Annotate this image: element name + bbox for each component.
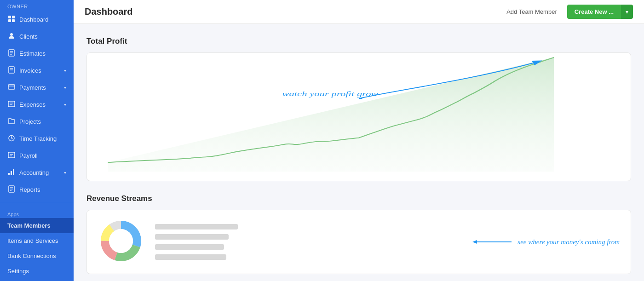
sidebar-item-expenses-label: Expenses — [19, 101, 46, 108]
legend-line-4 — [155, 254, 226, 260]
sidebar-bottom: f — [0, 279, 74, 281]
svg-point-37 — [109, 229, 133, 253]
sidebar-item-bank-connections-label: Bank Connections — [7, 252, 56, 259]
create-new-group: Create New ... ▾ — [567, 5, 633, 19]
sidebar-item-items-services-label: Items and Services — [7, 237, 58, 244]
svg-rect-20 — [8, 152, 15, 158]
revenue-legend — [155, 224, 238, 260]
main-content: Dashboard Add Team Member Create New ...… — [74, 0, 644, 281]
sidebar-item-dashboard-label: Dashboard — [19, 16, 49, 23]
sidebar-item-payroll-label: Payroll — [19, 152, 38, 159]
sidebar-item-estimates-label: Estimates — [19, 50, 46, 57]
total-profit-section: Total Profit — [86, 37, 631, 181]
revenue-streams-card: see where your money's coming from — [86, 210, 631, 274]
svg-marker-39 — [472, 240, 477, 244]
expenses-icon — [7, 100, 16, 109]
sidebar-item-invoices-label: Invoices — [19, 67, 41, 74]
sidebar-item-time-tracking-label: Time Tracking — [19, 135, 57, 142]
sidebar-item-team-members[interactable]: Team Members — [0, 218, 74, 233]
invoices-icon — [7, 66, 16, 75]
sidebar-item-bank-connections[interactable]: Bank Connections — [0, 248, 74, 264]
sidebar-item-projects[interactable]: Projects — [0, 113, 74, 130]
revenue-annotation-text: see where your money's coming from — [518, 238, 620, 246]
sidebar-item-invoices[interactable]: Invoices ▾ — [0, 62, 74, 79]
create-new-dropdown-button[interactable]: ▾ — [621, 5, 633, 19]
svg-rect-12 — [8, 85, 15, 89]
svg-rect-2 — [8, 19, 11, 22]
sidebar-item-items-services[interactable]: Items and Services — [0, 233, 74, 248]
revenue-annotation: see where your money's coming from — [472, 237, 620, 247]
svg-rect-24 — [11, 171, 12, 175]
sidebar-item-clients[interactable]: Clients — [0, 28, 74, 45]
sidebar-item-dashboard[interactable]: Dashboard — [0, 11, 74, 28]
apps-label: Apps — [0, 207, 74, 218]
sidebar: Owner Dashboard Clients Estimates Invoic… — [0, 0, 74, 281]
sidebar-item-reports[interactable]: Reports — [0, 181, 74, 198]
sidebar-item-payments-label: Payments — [19, 84, 46, 91]
sidebar-item-settings[interactable]: Settings — [0, 264, 74, 279]
legend-line-3 — [155, 244, 224, 250]
accounting-chevron-icon: ▾ — [64, 170, 66, 175]
sidebar-item-clients-label: Clients — [19, 33, 38, 40]
invoices-chevron-icon: ▾ — [64, 68, 66, 73]
estimates-icon — [7, 49, 16, 58]
sidebar-item-projects-label: Projects — [19, 118, 41, 125]
add-team-member-button[interactable]: Add Team Member — [502, 6, 562, 18]
page-header: Dashboard Add Team Member Create New ...… — [74, 0, 644, 24]
total-profit-title: Total Profit — [86, 37, 631, 46]
legend-line-2 — [155, 234, 229, 240]
svg-point-4 — [10, 33, 13, 36]
clients-icon — [7, 32, 16, 41]
svg-rect-23 — [8, 173, 10, 175]
donut-chart — [98, 218, 144, 266]
page-title: Dashboard — [85, 6, 502, 17]
sidebar-item-accounting[interactable]: Accounting ▾ — [0, 164, 74, 181]
sidebar-item-time-tracking[interactable]: Time Tracking — [0, 130, 74, 147]
sidebar-item-accounting-label: Accounting — [19, 169, 49, 176]
expenses-chevron-icon: ▾ — [64, 102, 66, 107]
create-new-button[interactable]: Create New ... — [567, 5, 621, 19]
projects-icon — [7, 117, 16, 126]
sidebar-item-estimates[interactable]: Estimates — [0, 45, 74, 62]
svg-text:watch your profit grow: watch your profit grow — [282, 90, 378, 97]
payroll-icon — [7, 151, 16, 160]
svg-rect-3 — [12, 19, 15, 22]
time-tracking-icon — [7, 134, 16, 143]
svg-rect-14 — [8, 101, 15, 107]
svg-rect-0 — [8, 16, 11, 18]
legend-line-1 — [155, 224, 238, 229]
sidebar-item-reports-label: Reports — [19, 186, 40, 193]
revenue-streams-title: Revenue Streams — [86, 194, 631, 203]
payments-chevron-icon: ▾ — [64, 85, 66, 90]
content-area: Total Profit — [74, 24, 644, 281]
dashboard-icon — [7, 15, 16, 24]
payments-icon — [7, 83, 16, 92]
svg-rect-25 — [13, 169, 14, 175]
total-profit-chart: watch your profit grow — [86, 52, 631, 181]
sidebar-item-payments[interactable]: Payments ▾ — [0, 79, 74, 96]
sidebar-item-payroll[interactable]: Payroll — [0, 147, 74, 164]
sidebar-item-expenses[interactable]: Expenses ▾ — [0, 96, 74, 113]
sidebar-item-settings-label: Settings — [7, 268, 29, 275]
accounting-icon — [7, 168, 16, 177]
sidebar-item-team-members-label: Team Members — [7, 222, 51, 229]
owner-label: Owner — [0, 0, 74, 11]
revenue-streams-section: Revenue Streams — [86, 194, 631, 274]
revenue-arrow-icon — [472, 237, 514, 247]
svg-rect-1 — [12, 16, 15, 18]
reports-icon — [7, 185, 16, 194]
